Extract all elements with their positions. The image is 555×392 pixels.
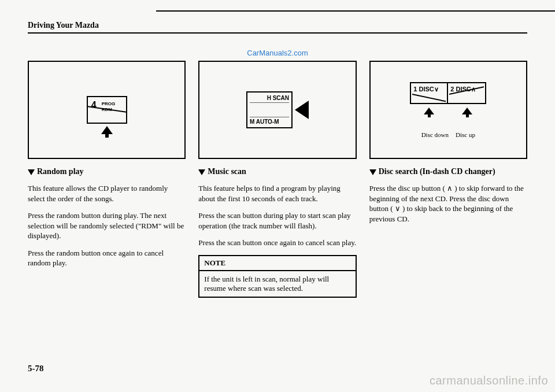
down-triangle-icon (198, 169, 205, 175)
btn-number: 4 (91, 100, 97, 110)
column-disc-search: 1 DISC∨ 2 DISC∧ Disc down Disc up (369, 61, 527, 231)
section-header: Driving Your Mazda (28, 21, 527, 30)
p-disc-1: Press the disc up button ( ∧ ) to skip f… (369, 183, 527, 224)
down-triangle-icon (28, 169, 35, 175)
p-random-3: Press the random button once again to ca… (28, 248, 186, 268)
down-triangle-icon (369, 169, 376, 175)
heading-random-play-text: Random play (37, 167, 84, 176)
watermark-top: CarManuals2.com (28, 49, 527, 57)
heading-music-scan: Music scan (198, 167, 356, 176)
pointer-disc-down-icon (424, 108, 434, 117)
heading-disc-search-text: Disc search (In-dash CD changer) (379, 167, 495, 176)
note-body: If the unit is left in scan, normal play… (199, 271, 355, 297)
button-4-prog-rdm-illustration: 4 PROG RDM (87, 96, 127, 124)
left-arrow-icon (295, 101, 309, 119)
pointer-arrow-icon (101, 126, 113, 138)
column-random-play: 4 PROG RDM Random play This feature allo… (28, 61, 186, 275)
p-scan-2: Press the scan button during play to sta… (198, 210, 356, 231)
p-scan-3: Press the scan button once again to canc… (198, 238, 356, 248)
heading-disc-search: Disc search (In-dash CD changer) (369, 167, 527, 176)
p-random-2: Press the random button during play. The… (28, 210, 186, 241)
figure-random-button: 4 PROG RDM (28, 61, 186, 159)
p-random-1: This feature allows the CD player to ran… (28, 183, 186, 204)
header-rule (28, 32, 527, 34)
figure-scan-button: H SCAN M AUTO-M (198, 61, 356, 159)
scan-bottom-label: M AUTO-M (250, 117, 289, 125)
caption-disc-up: Disc up (456, 131, 475, 138)
note-heading: NOTE (199, 256, 355, 271)
note-box: NOTE If the unit is left in scan, normal… (198, 255, 356, 298)
page-number: 5-78 (28, 364, 44, 373)
scan-top-label: H SCAN (250, 95, 289, 103)
button-disc-down-illustration: 1 DISC∨ (410, 82, 448, 104)
p-scan-1: This feature helps to find a program by … (198, 183, 356, 204)
top-rule (156, 10, 555, 12)
caption-disc-down: Disc down (421, 131, 449, 138)
btn-prog-label: PROG (102, 102, 116, 106)
button-scan-illustration: H SCAN M AUTO-M (246, 91, 293, 128)
disc-down-label: 1 DISC∨ (413, 86, 438, 93)
content-columns: 4 PROG RDM Random play This feature allo… (28, 61, 527, 298)
heading-music-scan-text: Music scan (208, 167, 246, 176)
pointer-disc-up-icon (462, 108, 472, 117)
heading-random-play: Random play (28, 167, 186, 176)
button-disc-up-illustration: 2 DISC∧ (448, 82, 486, 104)
figure-disc-buttons: 1 DISC∨ 2 DISC∧ Disc down Disc up (369, 61, 527, 159)
watermark-bottom: carmanualsonline.info (430, 374, 548, 387)
column-music-scan: H SCAN M AUTO-M Music scan This feature … (198, 61, 356, 298)
